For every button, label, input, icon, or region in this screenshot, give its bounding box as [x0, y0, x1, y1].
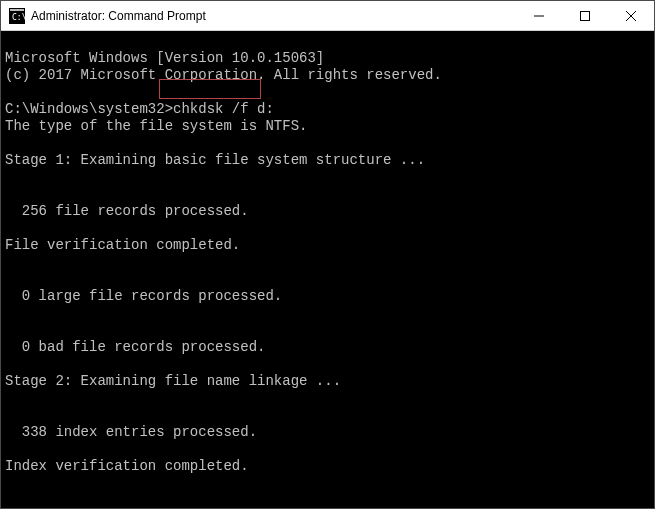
terminal-line: Index verification completed.	[5, 458, 249, 474]
window-title: Administrator: Command Prompt	[31, 9, 516, 23]
terminal-line: 0 large file records processed.	[5, 288, 282, 304]
terminal-line: Microsoft Windows [Version 10.0.15063]	[5, 50, 324, 66]
titlebar[interactable]: C:\ Administrator: Command Prompt	[1, 1, 654, 31]
cmd-icon: C:\	[9, 8, 25, 24]
terminal-line: The type of the file system is NTFS.	[5, 118, 307, 134]
terminal-line: 0 bad file records processed.	[5, 339, 265, 355]
terminal-line: 338 index entries processed.	[5, 424, 257, 440]
command-text: chkdsk /f d:	[173, 101, 274, 117]
terminal-area[interactable]: Microsoft Windows [Version 10.0.15063] (…	[1, 31, 654, 508]
svg-text:C:\: C:\	[12, 13, 25, 22]
terminal-line: Stage 1: Examining basic file system str…	[5, 152, 425, 168]
terminal-line: (c) 2017 Microsoft Corporation. All righ…	[5, 67, 442, 83]
window-controls	[516, 1, 654, 30]
terminal-line: 256 file records processed.	[5, 203, 249, 219]
maximize-button[interactable]	[562, 1, 608, 30]
terminal-line: Stage 2: Examining file name linkage ...	[5, 373, 341, 389]
terminal-line: File verification completed.	[5, 237, 240, 253]
svg-rect-4	[581, 11, 590, 20]
svg-rect-1	[10, 9, 24, 11]
prompt-text: C:\Windows\system32>	[5, 101, 173, 117]
command-prompt-window: C:\ Administrator: Command Prompt Micros…	[0, 0, 655, 509]
close-button[interactable]	[608, 1, 654, 30]
minimize-button[interactable]	[516, 1, 562, 30]
